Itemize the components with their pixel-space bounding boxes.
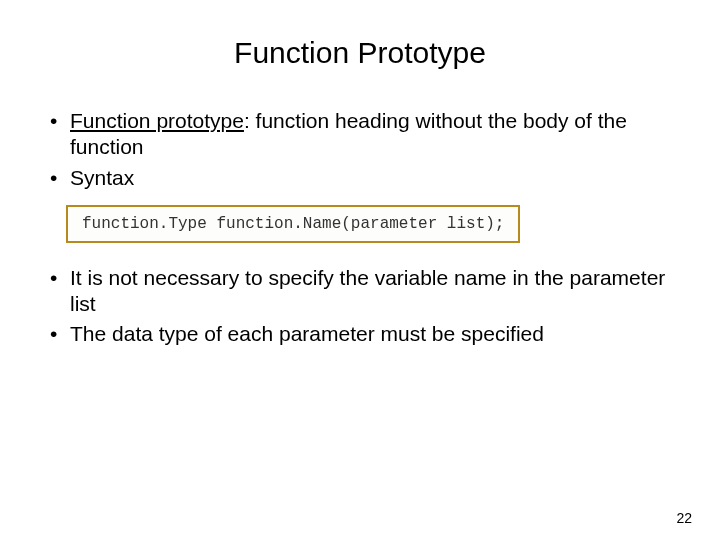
page-title: Function Prototype [40, 36, 680, 70]
bullet-list-top: Function prototype: function heading wit… [46, 108, 680, 191]
bullet-text: Syntax [70, 166, 134, 189]
bullet-list-bottom: It is not necessary to specify the varia… [46, 265, 680, 348]
list-item: The data type of each parameter must be … [46, 321, 680, 347]
page-number: 22 [676, 510, 692, 526]
list-item: It is not necessary to specify the varia… [46, 265, 680, 318]
bullet-text: The data type of each parameter must be … [70, 322, 544, 345]
slide: Function Prototype Function prototype: f… [0, 0, 720, 540]
list-item: Function prototype: function heading wit… [46, 108, 680, 161]
syntax-code-box: function.Type function.Name(parameter li… [66, 205, 520, 243]
code-box-container: function.Type function.Name(parameter li… [66, 205, 680, 243]
bullet-text: It is not necessary to specify the varia… [70, 266, 665, 315]
list-item: Syntax [46, 165, 680, 191]
term-underline: Function prototype [70, 109, 244, 132]
